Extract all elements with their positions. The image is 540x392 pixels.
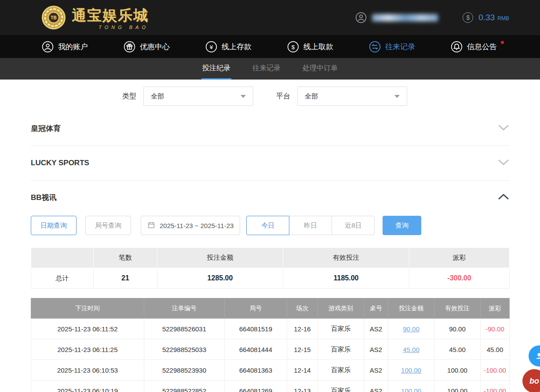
chevron-up-icon: [498, 193, 509, 202]
bet-time: 2025-11-23 06:11:52: [31, 319, 144, 339]
nav-item-my-account[interactable]: 我的账户: [42, 41, 88, 53]
chevron-down-icon: [241, 95, 246, 98]
bet-amount-link[interactable]: 100.00: [401, 387, 421, 392]
payout: -100.00: [481, 381, 510, 392]
valid-bet: 100.00: [434, 360, 481, 381]
order-number: 522988525033: [144, 339, 225, 360]
chevron-down-icon: [394, 95, 400, 98]
table-number: AS2: [364, 360, 388, 381]
gift-icon: [124, 41, 135, 53]
date-query-button[interactable]: 日期查询: [31, 216, 77, 235]
nav-label: 线上取款: [303, 42, 333, 52]
summary-total-label: 总计: [31, 268, 94, 289]
date-range-value: 2025-11-23 ~ 2025-11-23: [160, 222, 234, 229]
round-number: 664081519: [225, 319, 287, 339]
withdraw-coin-icon: $: [287, 41, 299, 53]
col-valid-bet: 有效投注: [434, 298, 481, 319]
round-number: 664081363: [225, 360, 287, 381]
bet-time: 2025-11-23 06:11:25: [31, 339, 144, 360]
summary-table: 笔数 投注金额 有效投注 派彩 总计 21 1285.00 1185.00 -3…: [31, 247, 510, 289]
filter-row: 类型 全部 平台 全部: [31, 87, 509, 106]
user-icon: [355, 12, 367, 23]
type-filter-label: 类型: [122, 92, 136, 101]
balance-currency: RMB: [497, 14, 509, 22]
records-table: 下注时间 注单编号 局号 场次 游戏类别 桌号 投注金额 有效投注 派彩 202…: [31, 298, 510, 392]
col-round-number: 局号: [225, 298, 287, 319]
account-icon: [42, 41, 54, 53]
platform-filter-value: 全部: [305, 92, 318, 101]
round-query-button[interactable]: 局号查询: [85, 216, 131, 235]
summary-valid-bet: 1185.00: [283, 268, 409, 289]
game-type: 百家乐: [318, 339, 364, 360]
game-type: 百家乐: [318, 319, 364, 339]
nav-item-deposit[interactable]: ¥ 线上存款: [205, 41, 252, 53]
round-number: 664081444: [225, 339, 287, 360]
table-row: 2025-11-23 06:10:53 522988523930 6640813…: [31, 360, 510, 381]
main-content: 类型 全部 平台 全部 皇冠体育 LUCKY SPORTS BB视讯 日期查询 …: [0, 87, 540, 392]
last-8-days-button[interactable]: 近8日: [332, 216, 375, 235]
section-title: 皇冠体育: [31, 123, 61, 134]
balance[interactable]: $ 0.33 RMB: [463, 12, 509, 23]
bet-amount-link[interactable]: 100.00: [401, 367, 421, 374]
col-table-number: 桌号: [364, 298, 388, 319]
date-range-input[interactable]: 2025-11-23 ~ 2025-11-23: [141, 216, 240, 235]
section-title: BB视讯: [31, 192, 57, 203]
nav-item-promotions[interactable]: 优惠中心: [124, 41, 170, 53]
svg-text:$: $: [292, 44, 295, 50]
bet-time: 2025-11-23 06:10:19: [31, 381, 144, 392]
username-blurred[interactable]: [372, 14, 438, 22]
col-bet-amount: 投注金额: [388, 298, 434, 319]
bet-amount-link[interactable]: 90.00: [403, 325, 420, 333]
nav-item-transaction-records[interactable]: 往来记录: [369, 41, 415, 53]
platform-filter-select[interactable]: 全部: [297, 87, 407, 106]
payout: -90.00: [481, 319, 510, 339]
chevron-down-icon: [498, 159, 509, 167]
sub-nav: 投注纪录 往来记录 处理中订单: [0, 58, 540, 80]
col-bet-time: 下注时间: [31, 298, 144, 319]
search-button[interactable]: 查询: [383, 216, 421, 235]
summary-header-payout: 派彩: [409, 248, 510, 268]
nav-label: 信息公告: [467, 42, 497, 52]
main-nav: 我的账户 优惠中心 ¥ 线上存款 $ 线上取款 往来记录 信息公告: [0, 35, 540, 58]
summary-header-bet-amount: 投注金额: [157, 248, 283, 268]
tab-transaction-records[interactable]: 往来记录: [252, 58, 281, 80]
game-type: 百家乐: [318, 381, 364, 392]
payout: 45.00: [481, 339, 510, 360]
section-crown-sports[interactable]: 皇冠体育: [31, 111, 509, 146]
svg-text:¥: ¥: [209, 44, 213, 50]
type-filter-select[interactable]: 全部: [143, 87, 253, 106]
bet-time: 2025-11-23 06:10:53: [31, 360, 144, 381]
tab-pending-orders[interactable]: 处理中订单: [302, 58, 339, 80]
section-lucky-sports[interactable]: LUCKY SPORTS: [31, 146, 509, 181]
section-title: LUCKY SPORTS: [31, 159, 89, 167]
yesterday-button[interactable]: 昨日: [289, 216, 332, 235]
nav-item-announcements[interactable]: 信息公告: [451, 41, 497, 53]
nav-label: 线上存款: [222, 42, 252, 52]
col-game-type: 游戏类别: [318, 298, 364, 319]
transfer-records-icon: [369, 41, 381, 53]
session: 12-13: [287, 381, 318, 392]
notification-dot: [501, 41, 504, 44]
session: 12-16: [287, 319, 318, 339]
brand-text: 通宝娱乐城 TONG BAO: [72, 6, 149, 30]
nav-item-withdraw[interactable]: $ 线上取款: [287, 41, 333, 53]
summary-bet-amount: 1285.00: [157, 268, 283, 289]
nav-label: 优惠中心: [140, 42, 170, 52]
valid-bet: 45.00: [434, 339, 481, 360]
order-number: 522988522852: [144, 381, 225, 392]
quick-date-group: 今日 昨日 近8日: [246, 216, 375, 235]
tab-betting-records[interactable]: 投注纪录: [201, 58, 231, 80]
brand-logo[interactable]: TB 通宝娱乐城 TONG BAO: [42, 6, 149, 30]
summary-total-row: 总计 21 1285.00 1185.00 -300.00: [31, 268, 510, 289]
bet-amount-link[interactable]: 45.00: [403, 346, 420, 353]
today-button[interactable]: 今日: [246, 216, 289, 235]
casino-chip-icon: TB: [42, 6, 66, 29]
payout: -100.00: [481, 360, 510, 381]
calendar-icon: [147, 221, 155, 230]
topbar-right: $ 0.33 RMB: [355, 12, 509, 23]
table-number: AS2: [364, 319, 388, 339]
summary-header-count: 笔数: [94, 248, 157, 268]
brand-name-chinese: 通宝娱乐城: [72, 6, 149, 25]
chevron-down-icon: [498, 124, 509, 133]
section-bb-video[interactable]: BB视讯: [31, 181, 509, 214]
